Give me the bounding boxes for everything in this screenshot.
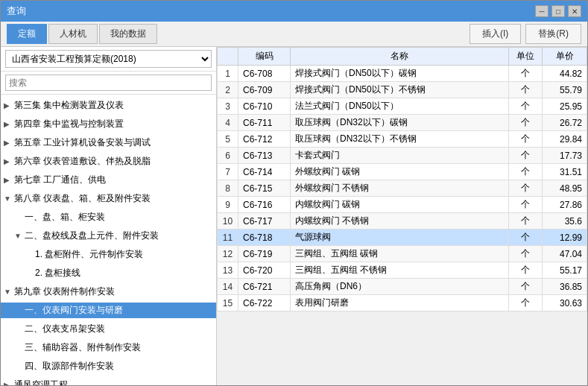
cell-price: 31.51 (543, 164, 587, 180)
table-row[interactable]: 6C6-713卡套式阀门个17.73 (218, 148, 587, 164)
tree-item-t2[interactable]: ▶第四章 集中监视与控制装置 (1, 115, 216, 133)
tree-label-t6b2: 2. 盘柜接线 (35, 267, 80, 279)
tree-label-t8: 通风空调工程 (14, 379, 68, 385)
table-row[interactable]: 15C6-722表用阀门研磨个30.63 (218, 295, 587, 311)
cell-price: 47.04 (543, 246, 587, 262)
tree-item-t7c[interactable]: 三、辅助容器、附件制作安装 (1, 338, 216, 357)
cell-unit: 个 (509, 295, 543, 311)
cell-unit: 个 (509, 131, 543, 148)
table-row[interactable]: 12C6-719三阀组、五阀组 碳钢个47.04 (218, 246, 587, 262)
sidebar: 山西省安装工程预算定额(2018) ▶第三集 集中检测装置及仪表▶第四章 集中监… (1, 47, 217, 385)
cell-price: 44.82 (543, 66, 587, 82)
tree-item-t7[interactable]: ▼第九章 仪表附件制作安装 (1, 282, 216, 301)
tree-item-t3[interactable]: ▶第五章 工业计算机设备安装与调试 (1, 133, 216, 152)
tree-item-t4[interactable]: ▶第六章 仪表管道敷设、伴热及脱脂 (1, 152, 216, 171)
replace-button[interactable]: 替换(R) (525, 24, 581, 44)
tree-label-t7: 第九章 仪表附件制作安装 (14, 285, 115, 298)
cell-num: 15 (218, 295, 238, 311)
tree-item-t6b[interactable]: ▼二、盘校线及盘上元件、附件安装 (1, 227, 216, 245)
cell-name: 内螺纹阀门 不锈钢 (291, 213, 509, 230)
action-buttons: 插入(I) 替换(R) (470, 24, 581, 44)
table-row[interactable]: 13C6-720三阀组、五阀组 不锈钢个55.17 (218, 262, 587, 279)
cell-price: 48.95 (543, 180, 587, 197)
tree-item-t7a[interactable]: 一、仪表阀门安装与研磨 (1, 301, 216, 320)
cell-code: C6-721 (238, 279, 291, 295)
cell-unit: 个 (509, 82, 543, 98)
cell-num: 1 (218, 66, 238, 82)
cell-price: 27.86 (543, 197, 587, 213)
col-header-name: 名称 (291, 48, 509, 66)
table-row[interactable]: 2C6-709焊接式阀门（DN50以下）不锈钢个55.79 (218, 82, 587, 98)
cell-name: 外螺纹阀门 不锈钢 (291, 180, 509, 197)
cell-unit: 个 (509, 262, 543, 279)
cell-unit: 个 (509, 148, 543, 164)
tree-label-t6a: 一、盘、箱、柜安装 (25, 211, 105, 224)
tree-item-t8[interactable]: ▶通风空调工程 (1, 376, 216, 385)
col-header-price: 单价 (543, 48, 587, 66)
tree-item-t7b[interactable]: 二、仪表支吊架安装 (1, 320, 216, 338)
tab-renjiji[interactable]: 人材机 (48, 24, 98, 44)
cell-num: 2 (218, 82, 238, 98)
maximize-button[interactable]: □ (551, 5, 565, 17)
tree-label-t4: 第六章 仪表管道敷设、伴热及脱脂 (14, 155, 151, 168)
quota-dropdown[interactable]: 山西省安装工程预算定额(2018) (5, 50, 212, 68)
cell-name: 法兰式阀门（DN50以下） (291, 98, 509, 115)
cell-num: 14 (218, 279, 238, 295)
tree-label-t7d: 四、取源部件制作安装 (25, 360, 114, 373)
cell-name: 卡套式阀门 (291, 148, 509, 164)
tree-item-t6a[interactable]: 一、盘、箱、柜安装 (1, 208, 216, 227)
cell-num: 5 (218, 131, 238, 148)
table-row[interactable]: 7C6-714外螺纹阀门 碳钢个31.51 (218, 164, 587, 180)
minimize-button[interactable]: ─ (535, 5, 549, 17)
tree-label-t7b: 二、仪表支吊架安装 (25, 323, 105, 335)
tab-wode[interactable]: 我的数据 (99, 24, 157, 44)
table-row[interactable]: 9C6-716内螺纹阀门 碳钢个27.86 (218, 197, 587, 213)
main-window: 查询 ─ □ ✕ 定额 人材机 我的数据 插入(I) 替换(R) 山西省安装工程… (0, 0, 588, 386)
cell-num: 8 (218, 180, 238, 197)
tree-panel: ▶第三集 集中检测装置及仪表▶第四章 集中监视与控制装置▶第五章 工业计算机设备… (1, 95, 216, 385)
toolbar: 定额 人材机 我的数据 插入(I) 替换(R) (1, 22, 587, 47)
main-panel: 编码 名称 单位 单价 1C6-708焊接式阀门（DN50以下）碳钢个44.82… (217, 47, 587, 385)
cell-code: C6-711 (238, 115, 291, 131)
table-row[interactable]: 14C6-721高压角阀（DN6）个36.85 (218, 279, 587, 295)
cell-num: 7 (218, 164, 238, 180)
table-row[interactable]: 1C6-708焊接式阀门（DN50以下）碳钢个44.82 (218, 66, 587, 82)
table-row[interactable]: 10C6-717内螺纹阀门 不锈钢个35.6 (218, 213, 587, 230)
table-row[interactable]: 3C6-710法兰式阀门（DN50以下）个25.95 (218, 98, 587, 115)
tree-item-t7d[interactable]: 四、取源部件制作安装 (1, 357, 216, 376)
tree-arrow-t5: ▶ (4, 176, 14, 184)
cell-name: 表用阀门研磨 (291, 295, 509, 311)
tree-arrow-t6b: ▼ (14, 232, 25, 240)
cell-code: C6-718 (238, 230, 291, 246)
search-input[interactable] (5, 75, 212, 91)
cell-price: 29.84 (543, 131, 587, 148)
tree-label-t2: 第四章 集中监视与控制装置 (14, 118, 124, 130)
cell-num: 10 (218, 213, 238, 230)
tab-group: 定额 人材机 我的数据 (7, 24, 157, 44)
tree-item-t6b2[interactable]: 2. 盘柜接线 (1, 264, 216, 282)
cell-name: 高压角阀（DN6） (291, 279, 509, 295)
tree-item-t6[interactable]: ▼第八章 仪表盘、箱、柜及附件安装 (1, 189, 216, 208)
tree-arrow-t6: ▼ (4, 194, 14, 203)
cell-code: C6-710 (238, 98, 291, 115)
cell-name: 取压球阀（DN32以下）碳钢 (291, 115, 509, 131)
tab-dinge[interactable]: 定额 (7, 24, 47, 44)
close-button[interactable]: ✕ (568, 5, 581, 17)
tree-label-t6: 第八章 仪表盘、箱、柜及附件安装 (14, 192, 151, 205)
insert-button[interactable]: 插入(I) (470, 24, 521, 44)
cell-num: 9 (218, 197, 238, 213)
tree-arrow-t1: ▶ (4, 101, 14, 110)
table-row[interactable]: 11C6-718气源球阀个12.99 (218, 230, 587, 246)
table-row[interactable]: 8C6-715外螺纹阀门 不锈钢个48.95 (218, 180, 587, 197)
tree-item-t1[interactable]: ▶第三集 集中检测装置及仪表 (1, 96, 216, 115)
tree-arrow-t8: ▶ (4, 381, 14, 385)
table-row[interactable]: 4C6-711取压球阀（DN32以下）碳钢个26.72 (218, 115, 587, 131)
tree-item-t5[interactable]: ▶第七章 工厂通信、供电 (1, 171, 216, 189)
tree-label-t7a: 一、仪表阀门安装与研磨 (25, 304, 123, 317)
table-row[interactable]: 5C6-712取压球阀（DN32以下）不锈钢个29.84 (218, 131, 587, 148)
cell-unit: 个 (509, 180, 543, 197)
cell-name: 内螺纹阀门 碳钢 (291, 197, 509, 213)
tree-item-t6b1[interactable]: 1. 盘柜附件、元件制作安装 (1, 245, 216, 264)
tree-label-t6b: 二、盘校线及盘上元件、附件安装 (25, 230, 159, 242)
cell-code: C6-708 (238, 66, 291, 82)
